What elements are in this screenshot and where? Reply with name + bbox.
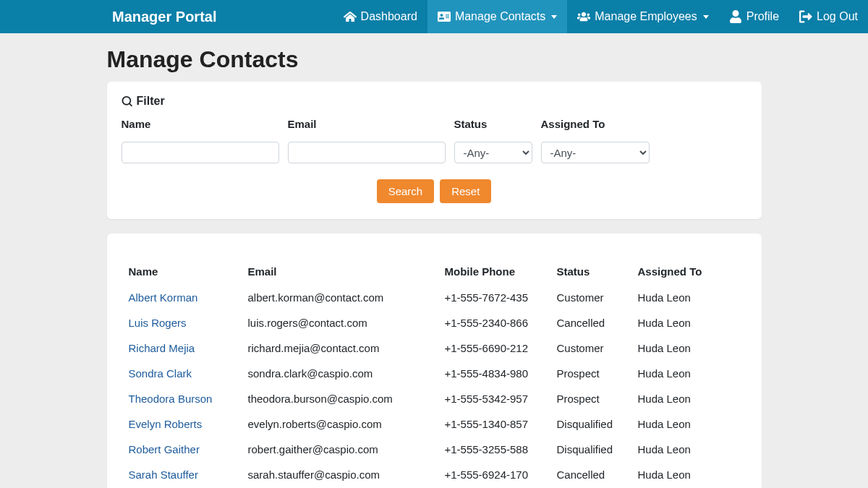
- contact-phone: +1-555-7672-435: [441, 285, 553, 310]
- contact-status: Prospect: [553, 361, 634, 386]
- filter-card: Filter Name Email Status -Any- Assigned …: [107, 82, 762, 219]
- contact-email: robert.gaither@caspio.com: [244, 437, 441, 462]
- contact-phone: +1-555-6924-170: [441, 462, 553, 487]
- nav-manage-contacts-label: Manage Contacts: [455, 10, 545, 23]
- contacts-table: Name Email Mobile Phone Status Assigned …: [124, 260, 744, 487]
- contact-status: Disqualified: [553, 437, 634, 462]
- home-icon: [344, 10, 357, 23]
- contact-email: luis.rogers@contact.com: [244, 310, 441, 335]
- chevron-down-icon: [551, 15, 557, 19]
- contact-name-link[interactable]: Robert Gaither: [124, 437, 244, 462]
- reset-button[interactable]: Reset: [440, 179, 491, 203]
- nav-logout-label: Log Out: [817, 10, 858, 23]
- contact-phone: +1-555-6690-212: [441, 335, 553, 361]
- filter-email-input[interactable]: [288, 142, 446, 163]
- nav-profile-label: Profile: [746, 10, 779, 23]
- nav-dashboard-label: Dashboard: [361, 10, 417, 23]
- contact-phone: +1-555-2340-866: [441, 310, 553, 335]
- user-icon: [729, 10, 742, 23]
- table-row: Luis Rogersluis.rogers@contact.com+1-555…: [124, 310, 744, 335]
- th-name: Name: [124, 260, 244, 285]
- contact-phone: +1-555-3255-588: [441, 437, 553, 462]
- th-status: Status: [553, 260, 634, 285]
- chevron-down-icon: [703, 15, 709, 19]
- top-navbar: Manager Portal Dashboard Manage Contacts…: [0, 0, 868, 33]
- filter-status-select[interactable]: -Any-: [454, 142, 532, 163]
- contact-email: theodora.burson@caspio.com: [244, 386, 441, 411]
- contact-status: Disqualified: [553, 411, 634, 437]
- filter-assigned-label: Assigned To: [541, 118, 650, 130]
- contact-name-link[interactable]: Evelyn Roberts: [124, 411, 244, 437]
- contact-assigned: Huda Leon: [634, 335, 744, 361]
- users-icon: [577, 10, 590, 23]
- contact-name-link[interactable]: Theodora Burson: [124, 386, 244, 411]
- filter-name-label: Name: [122, 118, 279, 130]
- contact-status: Prospect: [553, 386, 634, 411]
- nav-manage-employees-label: Manage Employees: [595, 10, 697, 23]
- filter-status-label: Status: [454, 118, 532, 130]
- contact-assigned: Huda Leon: [634, 310, 744, 335]
- contact-phone: +1-555-5342-957: [441, 386, 553, 411]
- contact-status: Cancelled: [553, 310, 634, 335]
- table-row: Sondra Clarksondra.clark@caspio.com+1-55…: [124, 361, 744, 386]
- contact-phone: +1-555-4834-980: [441, 361, 553, 386]
- nav-logout[interactable]: Log Out: [789, 0, 868, 33]
- contact-status: Customer: [553, 285, 634, 310]
- table-row: Albert Kormanalbert.korman@contact.com+1…: [124, 285, 744, 310]
- filter-name-input[interactable]: [122, 142, 279, 163]
- contact-assigned: Huda Leon: [634, 285, 744, 310]
- contact-name-link[interactable]: Luis Rogers: [124, 310, 244, 335]
- table-row: Theodora Bursontheodora.burson@caspio.co…: [124, 386, 744, 411]
- filter-heading: Filter: [122, 95, 747, 108]
- contact-assigned: Huda Leon: [634, 386, 744, 411]
- th-email: Email: [244, 260, 441, 285]
- table-row: Evelyn Robertsevelyn.roberts@caspio.com+…: [124, 411, 744, 437]
- nav-profile[interactable]: Profile: [719, 0, 789, 33]
- nav-dashboard[interactable]: Dashboard: [333, 0, 427, 33]
- contact-name-link[interactable]: Sarah Stauffer: [124, 462, 244, 487]
- contact-email: albert.korman@contact.com: [244, 285, 441, 310]
- contact-email: sarah.stauffer@caspio.com: [244, 462, 441, 487]
- contact-assigned: Huda Leon: [634, 361, 744, 386]
- table-row: Richard Mejiarichard.mejia@contact.com+1…: [124, 335, 744, 361]
- brand-title: Manager Portal: [112, 9, 216, 25]
- logout-icon: [799, 10, 812, 23]
- search-button[interactable]: Search: [377, 179, 435, 203]
- contact-assigned: Huda Leon: [634, 437, 744, 462]
- contact-email: evelyn.roberts@caspio.com: [244, 411, 441, 437]
- contact-email: sondra.clark@caspio.com: [244, 361, 441, 386]
- contacts-table-card: Name Email Mobile Phone Status Assigned …: [107, 234, 762, 488]
- contact-email: richard.mejia@contact.com: [244, 335, 441, 361]
- contact-assigned: Huda Leon: [634, 462, 744, 487]
- th-assigned: Assigned To: [634, 260, 744, 285]
- table-row: Sarah Stauffersarah.stauffer@caspio.com+…: [124, 462, 744, 487]
- filter-assigned-select[interactable]: -Any-: [541, 142, 650, 163]
- contact-phone: +1-555-1340-857: [441, 411, 553, 437]
- page-title: Manage Contacts: [107, 33, 762, 82]
- filter-heading-label: Filter: [137, 95, 165, 108]
- filter-email-label: Email: [288, 118, 446, 130]
- contact-assigned: Huda Leon: [634, 411, 744, 437]
- contact-name-link[interactable]: Richard Mejia: [124, 335, 244, 361]
- th-phone: Mobile Phone: [441, 260, 553, 285]
- table-row: Robert Gaitherrobert.gaither@caspio.com+…: [124, 437, 744, 462]
- contact-status: Cancelled: [553, 462, 634, 487]
- nav-manage-contacts[interactable]: Manage Contacts: [427, 0, 567, 33]
- nav-manage-employees[interactable]: Manage Employees: [567, 0, 718, 33]
- contact-name-link[interactable]: Albert Korman: [124, 285, 244, 310]
- contact-name-link[interactable]: Sondra Clark: [124, 361, 244, 386]
- contact-status: Customer: [553, 335, 634, 361]
- address-card-icon: [438, 10, 451, 23]
- search-icon: [122, 96, 132, 107]
